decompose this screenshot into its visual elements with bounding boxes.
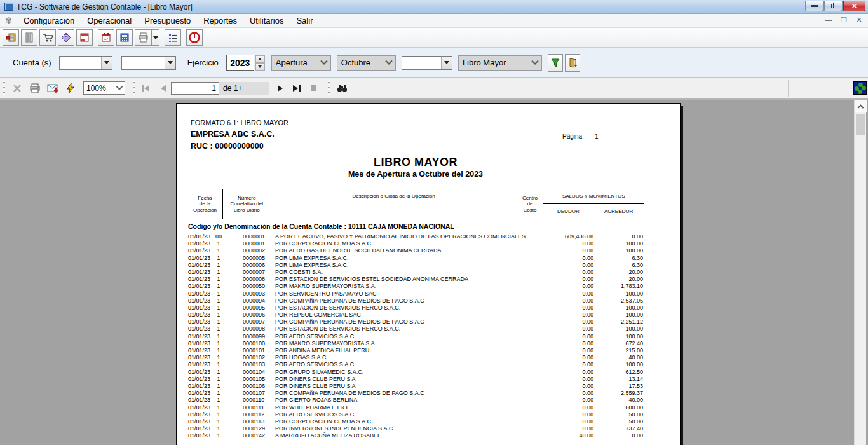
cell-cor: 1	[212, 305, 225, 311]
report-preview: FORMATO 6.1: LIBRO MAYOR EMPRESA ABC S.A…	[0, 100, 868, 445]
menu-item-presupuesto[interactable]: Presupuesto	[138, 15, 197, 27]
exit-button[interactable]	[565, 54, 580, 72]
cell-date: 01/01/23	[188, 305, 210, 311]
report-page-number: 1	[595, 133, 599, 140]
app-window: TCG - Software de Gestión Contable - [Li…	[0, 0, 868, 445]
refresh-report-button[interactable]	[63, 81, 78, 95]
search-text-button[interactable]	[334, 81, 349, 95]
chevron-down-icon[interactable]	[441, 57, 452, 69]
calendar-button[interactable]: 17	[98, 29, 114, 46]
cell-cor: 1	[212, 397, 225, 403]
form-button[interactable]	[76, 29, 93, 46]
list-button[interactable]	[165, 29, 181, 46]
vertical-scrollbar[interactable]	[854, 100, 866, 445]
filter-icon	[550, 58, 560, 68]
zoom-select[interactable]: 100%	[83, 81, 125, 95]
scroll-up-button[interactable]	[855, 100, 867, 112]
close-button[interactable]: ✕	[843, 1, 865, 11]
chevron-down-icon[interactable]	[101, 57, 112, 69]
menu-item-utilitarios[interactable]: Utilitarios	[243, 15, 290, 27]
cabinet-button[interactable]	[21, 29, 37, 46]
report-type-select[interactable]: Libro Mayor	[458, 55, 542, 71]
toolbar-grip[interactable]	[328, 81, 330, 95]
cell-num: 0000095	[243, 305, 265, 311]
printer-icon	[138, 32, 149, 43]
table-row: 01/01/2310000103POR AERO SERVICIOS S.A.C…	[187, 361, 657, 368]
cuenta-combo-2[interactable]	[121, 56, 176, 70]
cell-num: 0000105	[243, 376, 265, 382]
menu-item-salir[interactable]: Salir	[290, 15, 319, 27]
last-page-button[interactable]	[290, 82, 303, 95]
cell-num: 0000005	[243, 255, 265, 261]
cell-cor: 1	[212, 283, 225, 289]
apply-filter-button[interactable]	[548, 54, 563, 72]
mdi-restore-button[interactable]: ❐	[840, 16, 848, 24]
cell-date: 01/01/23	[188, 262, 210, 268]
ejercicio-input[interactable]: 2023	[226, 55, 254, 71]
cell-deu: 0.00	[526, 305, 593, 311]
account-combo[interactable]	[402, 56, 452, 70]
page-number-input[interactable]	[171, 82, 219, 95]
tag-button[interactable]	[58, 29, 74, 46]
restore-button[interactable]	[824, 1, 843, 11]
cell-date: 01/01/23	[188, 247, 210, 254]
cell-num: 0000007	[243, 269, 265, 275]
cell-cor: 1	[212, 376, 225, 382]
stop-loading-button[interactable]	[307, 82, 320, 95]
mdi-minimize-button[interactable]: —	[825, 16, 832, 24]
toolbar-grip[interactable]	[3, 81, 5, 95]
menu-item-operacional[interactable]: Operacional	[81, 15, 138, 27]
system-menu-icon[interactable]: ✾	[5, 16, 12, 25]
cell-desc: POR INVERSIONES INDEPENDENCIA S.A.C.	[275, 425, 395, 432]
app-icon	[4, 3, 13, 11]
period-start-select[interactable]: Apertura	[271, 55, 331, 71]
menu-item-reportes[interactable]: Reportes	[197, 15, 243, 27]
cell-acr: 13.14	[597, 376, 643, 382]
minimize-button[interactable]	[805, 1, 824, 11]
cell-deu: 0.00	[526, 240, 593, 247]
print-button[interactable]	[135, 29, 151, 46]
first-page-icon	[142, 85, 150, 92]
toolbar-grip[interactable]	[133, 81, 135, 95]
cell-desc: POR COESTI S.A.	[275, 269, 323, 275]
cell-desc: POR AERO SERVICIOS S.A.C.	[275, 411, 356, 418]
menu-item-configuracion[interactable]: Configuración	[17, 15, 81, 27]
cell-deu: 0.00	[526, 425, 593, 432]
next-page-button[interactable]	[274, 82, 287, 95]
cell-cor: 1	[212, 340, 225, 346]
print-dropdown-button[interactable]	[151, 29, 159, 46]
cuenta-combo-1[interactable]	[59, 56, 112, 70]
export-report-button[interactable]	[45, 81, 60, 95]
chevron-down-icon[interactable]	[165, 57, 175, 69]
cell-date: 01/01/23	[188, 233, 210, 240]
cell-acr: 2,559.37	[597, 390, 643, 396]
cell-desc: POR AERO GAS DEL NORTE SOCIEDAD ANONIMA …	[275, 247, 442, 254]
table-row: 01/01/2310000007POR COESTI S.A.0.0020.00	[187, 269, 657, 276]
first-page-button[interactable]	[140, 82, 153, 95]
exit-app-button[interactable]	[186, 29, 203, 46]
prev-page-button[interactable]	[156, 82, 169, 95]
close-preview-button[interactable]	[10, 81, 25, 95]
ejercicio-spinner[interactable]	[255, 55, 265, 71]
print-report-button[interactable]	[27, 81, 43, 95]
close-x-icon	[13, 85, 21, 92]
period-end-select[interactable]: Octubre	[337, 55, 396, 71]
cell-desc: POR WHH. PHARMA E.I.R.L.	[275, 404, 351, 411]
cell-desc: POR SERVICENTRO PASAMAYO SAC	[275, 291, 377, 297]
table-row: 01/01/2310000100POR MAKRO SUPERMAYORISTA…	[187, 340, 657, 347]
account-line: Codigo y/o Denominación de la Cuenta Con…	[188, 222, 454, 230]
scrollbar-thumb[interactable]	[856, 114, 865, 135]
stop-icon	[311, 85, 316, 91]
cell-num: 0000001	[243, 233, 265, 240]
cell-date: 01/01/23	[188, 291, 210, 297]
calculator-button[interactable]	[116, 29, 133, 46]
cell-cor: 1	[212, 333, 225, 339]
spinner-up-icon[interactable]	[255, 55, 265, 63]
spinner-down-icon[interactable]	[255, 63, 265, 71]
register-button[interactable]	[3, 29, 19, 46]
table-row: 01/01/2310000105POR DINERS CLUB PERU S A…	[187, 376, 657, 383]
cell-num: 0000002	[243, 247, 265, 254]
mdi-close-button[interactable]: ✕	[855, 16, 863, 24]
cart-button[interactable]	[39, 29, 56, 46]
main-toolbar: 17	[0, 28, 868, 48]
